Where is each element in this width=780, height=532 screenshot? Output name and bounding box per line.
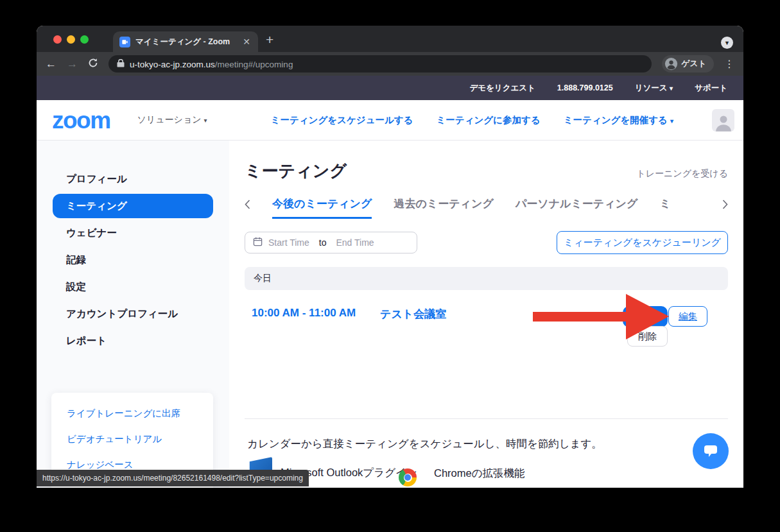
status-url-tooltip: https://u-tokyo-ac-jp.zoom.us/meeting/82… bbox=[37, 470, 309, 486]
meeting-time: 10:00 AM - 11:00 AM bbox=[252, 307, 356, 320]
reload-button[interactable] bbox=[88, 58, 98, 70]
link-video-tutorials[interactable]: ビデオチュートリアル bbox=[67, 433, 198, 445]
nav-host-meeting[interactable]: ミーティングを開催する ▾ bbox=[564, 114, 673, 126]
sidebar: プロフィール ミーティング ウェビナー 記録 設定 アカウントプロフィール レポ… bbox=[37, 141, 229, 488]
lock-icon bbox=[117, 58, 125, 70]
sidebar-item-profile[interactable]: プロフィール bbox=[37, 166, 229, 193]
edit-meeting-button[interactable]: 編集 bbox=[668, 306, 707, 327]
chat-widget-button[interactable] bbox=[693, 433, 729, 469]
zoom-logo[interactable]: zoom bbox=[52, 108, 110, 132]
url-bar[interactable]: u-tokyo-ac-jp.zoom.us/meeting#/upcoming bbox=[108, 55, 652, 73]
calendar-promo-text: カレンダーから直接ミーティングをスケジュールし、時間を節約します。 bbox=[247, 437, 602, 451]
section-divider bbox=[245, 418, 728, 419]
banner-link-resources[interactable]: リソース ▾ bbox=[635, 83, 673, 94]
header-nav: ミーティングをスケジュールする ミーティングに参加する ミーティングを開催する … bbox=[271, 109, 734, 132]
banner-link-support[interactable]: サポート bbox=[695, 83, 727, 94]
banner-link-request-demo[interactable]: デモをリクエスト bbox=[469, 83, 535, 94]
tab-upcoming-meetings[interactable]: 今後のミーティング bbox=[272, 196, 372, 219]
site-header: zoom ソリューション ▾ ミーティングをスケジュールする ミーティングに参加… bbox=[37, 100, 743, 141]
start-time-placeholder[interactable]: Start Time bbox=[268, 237, 309, 248]
url-text: u-tokyo-ac-jp.zoom.us/meeting#/upcoming bbox=[130, 58, 293, 70]
tab-close-icon[interactable]: ✕ bbox=[241, 37, 252, 47]
tab-previous-meetings[interactable]: 過去のミーティング bbox=[394, 196, 493, 217]
tab-personal-meetings[interactable]: パーソナルミーティング bbox=[516, 196, 638, 217]
browser-menu-icon[interactable]: ⋮ bbox=[724, 58, 734, 70]
chat-bubble-icon bbox=[703, 444, 718, 458]
calendar-icon bbox=[253, 237, 263, 249]
guest-label: ゲスト bbox=[682, 58, 706, 69]
end-time-placeholder[interactable]: End Time bbox=[336, 237, 374, 248]
window-controls bbox=[53, 35, 89, 44]
browser-toolbar: ← → u-tokyo-ac-jp.zoom.us/meeting#/upcom… bbox=[37, 52, 743, 76]
meeting-topic-link[interactable]: テスト会議室 bbox=[380, 307, 446, 322]
schedule-meeting-button[interactable]: ミィーティングをスケジューリング bbox=[557, 231, 728, 254]
url-path: /meeting#/upcoming bbox=[215, 60, 293, 69]
url-host: u-tokyo-ac-jp.zoom.us bbox=[130, 60, 215, 69]
page-title: ミーティング bbox=[245, 160, 347, 182]
tabs-scroll-right-icon[interactable] bbox=[722, 200, 728, 212]
nav-schedule-meeting[interactable]: ミーティングをスケジュールする bbox=[271, 114, 413, 126]
close-window-button[interactable] bbox=[53, 35, 62, 44]
profile-chip[interactable]: ゲスト bbox=[662, 55, 714, 73]
link-live-training[interactable]: ライブトレーニングに出席 bbox=[67, 408, 198, 420]
sidebar-item-reports[interactable]: レポート bbox=[37, 327, 229, 354]
browser-tab-strip: マイミーティング - Zoom ✕ + ▼ bbox=[37, 26, 743, 52]
meeting-row: 10:00 AM - 11:00 AM テスト会議室 編集 削除 bbox=[245, 302, 728, 353]
user-avatar[interactable] bbox=[712, 109, 734, 132]
person-icon bbox=[714, 114, 733, 132]
tabs-scroll-left-icon[interactable] bbox=[245, 200, 250, 212]
zoom-top-banner: デモをリクエスト 1.888.799.0125 リソース ▾ サポート bbox=[37, 76, 743, 100]
nav-join-meeting[interactable]: ミーティングに参加する bbox=[437, 114, 541, 126]
tab-truncated[interactable]: ミ bbox=[659, 196, 671, 217]
zoom-favicon-icon bbox=[119, 37, 130, 47]
fullscreen-window-button[interactable] bbox=[80, 35, 89, 44]
chevron-down-icon: ▾ bbox=[670, 85, 673, 92]
sidebar-item-settings[interactable]: 設定 bbox=[37, 273, 229, 300]
chevron-down-icon: ▾ bbox=[670, 117, 673, 124]
main-content: ミーティング トレーニングを受ける 今後のミーティング 過去のミーティング パー… bbox=[229, 141, 743, 488]
forward-button[interactable]: → bbox=[67, 58, 78, 69]
sidebar-item-meetings[interactable]: ミーティング bbox=[53, 194, 213, 218]
sidebar-item-webinars[interactable]: ウェビナー bbox=[37, 219, 229, 246]
browser-tab[interactable]: マイミーティング - Zoom ✕ bbox=[113, 31, 258, 52]
tab-search-button[interactable]: ▼ bbox=[721, 37, 733, 49]
sidebar-item-recordings[interactable]: 記録 bbox=[37, 246, 229, 273]
to-label: to bbox=[319, 237, 327, 248]
sidebar-item-account-profile[interactable]: アカウントプロフィール bbox=[37, 300, 229, 327]
today-group-header: 今日 bbox=[245, 267, 728, 290]
date-range-picker[interactable]: Start Time to End Time bbox=[245, 232, 417, 253]
get-training-link[interactable]: トレーニングを受ける bbox=[636, 168, 728, 180]
chrome-logo-icon bbox=[399, 468, 417, 486]
start-meeting-button[interactable] bbox=[623, 306, 668, 327]
delete-meeting-button[interactable]: 削除 bbox=[627, 326, 668, 347]
solutions-menu[interactable]: ソリューション ▾ bbox=[137, 114, 207, 126]
guest-avatar-icon bbox=[664, 57, 678, 71]
chrome-extension-label[interactable]: Chromeの拡張機能 bbox=[434, 467, 525, 481]
tab-title: マイミーティング - Zoom bbox=[135, 37, 236, 47]
chevron-down-icon: ▾ bbox=[204, 117, 207, 124]
banner-phone-number[interactable]: 1.888.799.0125 bbox=[557, 83, 613, 92]
meeting-tabs: 今後のミーティング 過去のミーティング パーソナルミーティング ミ bbox=[245, 196, 728, 219]
minimize-window-button[interactable] bbox=[67, 35, 75, 44]
back-button[interactable]: ← bbox=[46, 58, 56, 69]
new-tab-button[interactable]: + bbox=[266, 33, 273, 46]
browser-window: マイミーティング - Zoom ✕ + ▼ ← → u-tokyo-ac-jp.… bbox=[37, 26, 743, 488]
